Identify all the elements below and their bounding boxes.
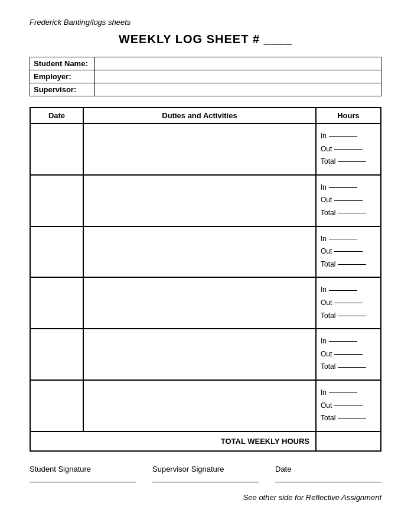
hours-out-underline-5 (334, 406, 363, 406)
hours-total-underline-4 (338, 367, 366, 368)
log-table: Date Duties and Activities Hours In Out (30, 107, 381, 452)
page-title: WEEKLY LOG SHEET # ____ (30, 33, 381, 46)
hours-in-underline-3 (329, 290, 357, 291)
total-weekly-hours-label: TOTAL WEEKLY HOURS (30, 432, 316, 451)
info-table: Student Name: Employer: Supervisor: (30, 57, 381, 96)
duties-cell-4 (83, 329, 316, 380)
hours-in-line-4: In (321, 335, 376, 348)
date-cell-0 (30, 124, 83, 175)
hours-in-label-4: In (321, 335, 327, 348)
hours-cell-4: In Out Total (316, 329, 381, 380)
hours-out-label-2: Out (321, 245, 332, 258)
info-label-1: Employer: (30, 70, 95, 83)
hours-cell-0: In Out Total (316, 124, 381, 175)
hours-total-line-1: Total (321, 207, 376, 220)
hours-total-label-2: Total (321, 258, 335, 271)
info-value-0 (95, 57, 381, 70)
hours-total-label-4: Total (321, 361, 335, 374)
student-signature-line (30, 482, 136, 482)
date-cell-1 (30, 175, 83, 226)
hours-content-5: In Out Total (319, 384, 377, 427)
hours-cell-2: In Out Total (316, 226, 381, 278)
watermark-text: Frederick Banting/logs sheets (30, 18, 381, 27)
info-row-1: Employer: (30, 70, 381, 83)
info-label-2: Supervisor: (30, 83, 95, 96)
student-signature-label: Student Signature (30, 465, 91, 473)
date-cell-4 (30, 329, 83, 380)
student-signature-block: Student Signature (30, 465, 136, 482)
hours-total-line-5: Total (321, 412, 376, 425)
hours-in-label-1: In (321, 181, 327, 194)
info-row-2: Supervisor: (30, 83, 381, 96)
log-row-5: In Out Total (30, 380, 381, 432)
hours-total-line-2: Total (321, 258, 376, 271)
hours-out-line-5: Out (321, 400, 376, 413)
supervisor-signature-block: Supervisor Signature (152, 465, 259, 482)
log-row-2: In Out Total (30, 226, 381, 278)
hours-out-label-3: Out (321, 297, 332, 310)
hours-out-underline-0 (334, 149, 363, 150)
hours-out-line-0: Out (321, 143, 376, 156)
col-header-duties: Duties and Activities (83, 108, 316, 124)
hours-out-label-4: Out (321, 348, 332, 361)
date-signature-label: Date (275, 465, 291, 473)
date-signature-line (275, 482, 381, 482)
hours-out-underline-4 (334, 354, 363, 355)
log-row-0: In Out Total (30, 124, 381, 175)
hours-total-label-1: Total (321, 207, 335, 220)
hours-in-label-2: In (321, 233, 327, 246)
hours-total-line-3: Total (321, 310, 376, 323)
hours-in-line-3: In (321, 284, 376, 297)
hours-in-underline-2 (329, 239, 357, 239)
hours-total-label-0: Total (321, 155, 335, 168)
hours-out-underline-2 (334, 251, 363, 252)
hours-content-0: In Out Total (319, 128, 377, 171)
hours-cell-5: In Out Total (316, 380, 381, 432)
duties-cell-2 (83, 226, 316, 278)
hours-out-line-2: Out (321, 245, 376, 258)
info-row-0: Student Name: (30, 57, 381, 70)
hours-in-label-3: In (321, 284, 327, 297)
duties-cell-0 (83, 124, 316, 175)
date-signature-block: Date (275, 465, 381, 482)
hours-total-line-4: Total (321, 361, 376, 374)
hours-in-line-2: In (321, 233, 376, 246)
hours-out-line-4: Out (321, 348, 376, 361)
duties-cell-3 (83, 277, 316, 329)
hours-in-line-0: In (321, 130, 376, 143)
hours-out-label-5: Out (321, 400, 332, 413)
log-row-3: In Out Total (30, 277, 381, 329)
col-header-date: Date (30, 108, 83, 124)
signatures-section: Student Signature Supervisor Signature D… (30, 465, 381, 482)
hours-cell-1: In Out Total (316, 175, 381, 226)
hours-total-label-3: Total (321, 310, 335, 323)
hours-cell-3: In Out Total (316, 277, 381, 329)
hours-total-underline-5 (338, 418, 366, 419)
hours-out-underline-3 (334, 303, 363, 303)
date-cell-3 (30, 277, 83, 329)
hours-in-label-0: In (321, 130, 327, 143)
hours-in-line-1: In (321, 181, 376, 194)
hours-content-3: In Out Total (319, 281, 377, 325)
hours-in-label-5: In (321, 387, 327, 400)
hours-in-underline-4 (329, 341, 357, 342)
info-label-0: Student Name: (30, 57, 95, 70)
hours-in-line-5: In (321, 387, 376, 400)
supervisor-signature-line (152, 482, 259, 482)
col-header-hours: Hours (316, 108, 381, 124)
log-row-1: In Out Total (30, 175, 381, 226)
hours-total-underline-0 (338, 161, 366, 162)
log-row-4: In Out Total (30, 329, 381, 380)
hours-in-underline-5 (329, 392, 357, 393)
date-cell-5 (30, 380, 83, 432)
hours-total-underline-3 (338, 316, 366, 316)
hours-content-2: In Out Total (319, 231, 377, 274)
total-weekly-hours-value (316, 432, 381, 451)
hours-content-1: In Out Total (319, 179, 377, 222)
hours-total-line-0: Total (321, 155, 376, 168)
hours-out-label-1: Out (321, 194, 332, 207)
hours-out-label-0: Out (321, 143, 332, 156)
hours-total-label-5: Total (321, 412, 335, 425)
info-value-2 (95, 83, 381, 96)
duties-cell-5 (83, 380, 316, 432)
